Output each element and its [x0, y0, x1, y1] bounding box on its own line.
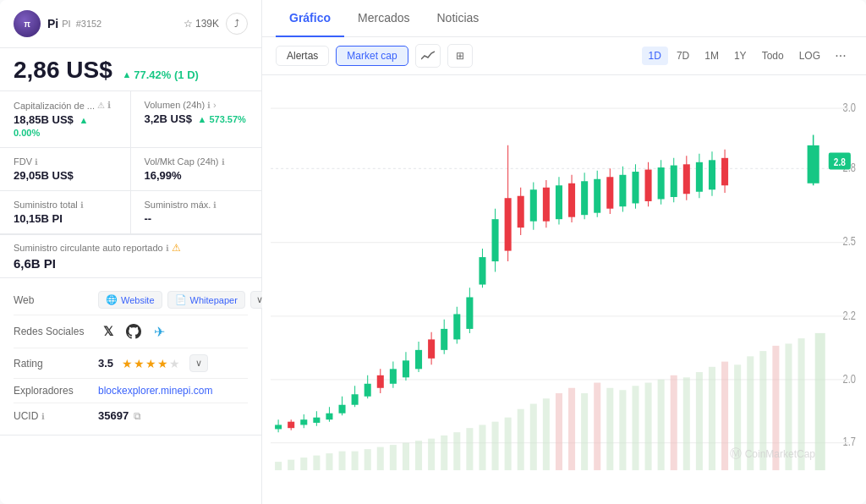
- svg-rect-124: [709, 160, 715, 189]
- rating-label: Rating: [14, 358, 98, 370]
- website-button[interactable]: 🌐 Website: [98, 291, 162, 309]
- time-btn-7d[interactable]: 7D: [670, 47, 696, 65]
- svg-rect-20: [377, 447, 384, 470]
- tab-grafico[interactable]: Gráfico: [276, 0, 344, 37]
- svg-rect-62: [313, 418, 320, 423]
- vol-mkt-info-icon[interactable]: ℹ: [222, 157, 225, 167]
- coin-name: Pi: [47, 17, 58, 30]
- svg-rect-32: [530, 403, 537, 470]
- chart-toolbar: Alertas Market cap ⊞ 1D 7D 1M 1Y Todo LO…: [262, 37, 866, 75]
- svg-rect-27: [466, 428, 473, 470]
- coin-logo-text: π: [24, 19, 30, 29]
- watchlist-button[interactable]: ☆ 139K: [184, 18, 219, 30]
- fdv-value: 29,05B US$: [14, 169, 117, 182]
- supply-total-info-icon[interactable]: ℹ: [80, 200, 84, 210]
- time-btn-1d[interactable]: 1D: [642, 47, 668, 65]
- more-options-button[interactable]: ···: [829, 44, 852, 68]
- tab-noticias[interactable]: Noticias: [423, 0, 492, 37]
- fdv-cell: FDV ℹ 29,05B US$: [0, 148, 131, 191]
- explorer-link[interactable]: blockexplorer.minepi.com: [98, 385, 212, 397]
- price-value: 2,86 US$: [14, 57, 112, 83]
- line-chart-icon[interactable]: [415, 44, 441, 68]
- market-cap-info-circle[interactable]: ℹ: [107, 100, 111, 111]
- social-row: Redes Sociales 𝕏 ✈: [14, 315, 248, 348]
- svg-rect-54: [815, 333, 825, 470]
- explorers-row: Exploradores blockexplorer.minepi.com: [14, 379, 248, 403]
- ucid-info-icon[interactable]: ℹ: [41, 412, 45, 421]
- svg-rect-13: [288, 460, 294, 470]
- volume-value: 3,2B US$ ▲ 573.57%: [145, 112, 249, 125]
- price-change-percent: 77.42% (1 D): [134, 68, 199, 81]
- coin-symbol: PI: [62, 19, 70, 29]
- time-btn-log[interactable]: LOG: [792, 47, 827, 65]
- svg-rect-122: [696, 162, 703, 192]
- tab-mercados[interactable]: Mercados: [344, 0, 423, 37]
- supply-max-value: --: [145, 212, 249, 225]
- supply-circ-warn-icon: ⚠: [172, 242, 181, 254]
- svg-rect-78: [415, 350, 422, 369]
- coin-header-right: ☆ 139K ⤴: [184, 13, 248, 35]
- tabs-bar: Gráfico Mercados Noticias: [262, 0, 866, 37]
- volume-info-icon[interactable]: ℹ: [207, 101, 211, 110]
- time-btn-1m[interactable]: 1M: [698, 47, 726, 65]
- candle-chart-icon[interactable]: ⊞: [447, 44, 473, 68]
- github-icon[interactable]: [123, 321, 144, 342]
- svg-rect-39: [619, 390, 626, 470]
- svg-rect-96: [530, 189, 537, 221]
- share-icon: ⤴: [234, 18, 239, 30]
- svg-rect-36: [581, 393, 588, 470]
- svg-rect-116: [658, 167, 665, 199]
- svg-rect-60: [300, 419, 307, 425]
- ucid-value: 35697: [98, 409, 129, 422]
- supply-total-value: 10,15B PI: [14, 212, 117, 225]
- svg-rect-46: [709, 367, 715, 470]
- twitter-icon[interactable]: 𝕏: [98, 321, 118, 342]
- rating-expand-button[interactable]: ∨: [189, 354, 208, 372]
- copy-icon[interactable]: ⧉: [134, 410, 141, 422]
- fdv-info-icon[interactable]: ℹ: [35, 157, 38, 167]
- svg-rect-80: [428, 339, 435, 358]
- svg-text:2.8: 2.8: [834, 156, 846, 167]
- svg-rect-16: [326, 453, 332, 470]
- svg-rect-84: [453, 314, 460, 339]
- price-change: ▲ 77.42% (1 D): [122, 68, 198, 81]
- telegram-icon[interactable]: ✈: [149, 321, 169, 342]
- supply-max-info-icon[interactable]: ℹ: [213, 200, 216, 210]
- market-cap-info-icon[interactable]: ⚠: [97, 101, 105, 110]
- svg-rect-29: [492, 422, 499, 470]
- svg-rect-42: [658, 380, 665, 470]
- star-icon: ☆: [184, 18, 193, 30]
- time-btn-todo[interactable]: Todo: [755, 47, 791, 65]
- share-button[interactable]: ⤴: [226, 13, 248, 35]
- chart-watermark: Ⓜ CoinMarketCap: [730, 446, 815, 462]
- chart-area: 3.0 2.8 2.5 2.2 2.0 1.7: [262, 75, 866, 504]
- time-btn-1y[interactable]: 1Y: [727, 47, 754, 65]
- market-cap-button[interactable]: Market cap: [336, 46, 408, 66]
- whitepaper-button[interactable]: 📄 Whitepaper: [167, 291, 245, 309]
- alerts-button[interactable]: Alertas: [276, 46, 329, 66]
- svg-rect-47: [721, 362, 728, 470]
- watchlist-count: 139K: [195, 18, 219, 30]
- svg-rect-43: [671, 375, 677, 470]
- volume-expand-icon[interactable]: ›: [213, 100, 216, 110]
- svg-rect-24: [428, 439, 435, 470]
- svg-rect-110: [619, 175, 626, 206]
- globe-icon: 🌐: [106, 294, 118, 305]
- volume-cell: Volumen (24h) ℹ › 3,2B US$ ▲ 573.57%: [131, 91, 262, 148]
- coin-header: π Pi PI #3152 ☆ 139K ⤴: [0, 0, 261, 48]
- web-value: 🌐 Website 📄 Whitepaper ∨: [98, 291, 269, 309]
- svg-rect-126: [721, 158, 728, 185]
- svg-rect-26: [453, 432, 460, 470]
- rating-row: Rating 3.5 ★★★★★ ∨: [14, 348, 248, 379]
- svg-rect-14: [300, 457, 307, 470]
- ucid-label: UCID ℹ: [14, 410, 98, 422]
- svg-rect-31: [518, 409, 524, 470]
- svg-rect-17: [339, 452, 346, 470]
- svg-rect-76: [403, 360, 409, 377]
- svg-rect-88: [479, 257, 485, 284]
- explorers-value: blockexplorer.minepi.com: [98, 385, 248, 397]
- svg-rect-15: [313, 456, 320, 470]
- supply-circ-info-icon[interactable]: ℹ: [166, 244, 169, 253]
- svg-text:2.5: 2.5: [843, 235, 856, 248]
- svg-rect-35: [568, 388, 575, 470]
